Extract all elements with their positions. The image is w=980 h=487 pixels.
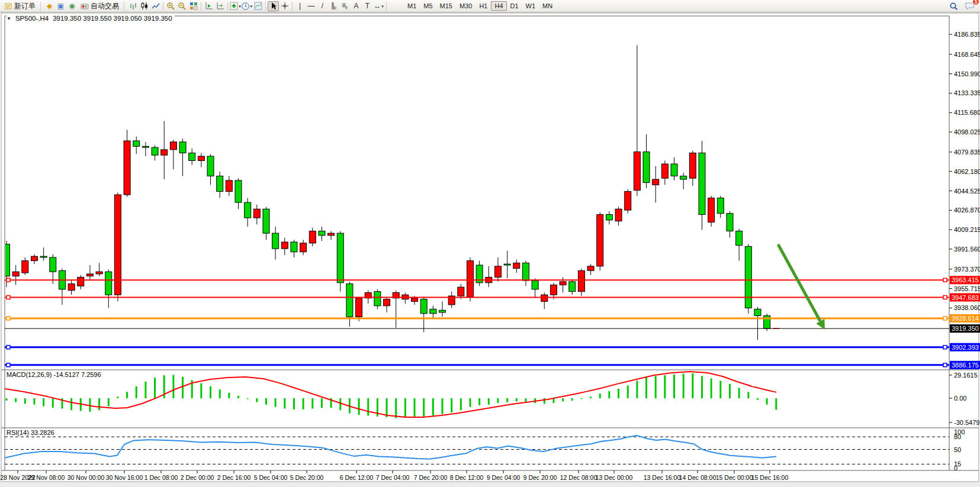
toolbar-separator xyxy=(163,2,163,11)
svg-text:4133.335: 4133.335 xyxy=(954,89,980,96)
svg-text:4079.835: 4079.835 xyxy=(954,149,980,156)
svg-text:9 Dec 20:00: 9 Dec 20:00 xyxy=(523,474,557,481)
zoom-out-icon[interactable] xyxy=(176,1,188,11)
rsi-indicator-label: RSI(14) 33.2826 xyxy=(7,429,54,436)
zoom-in-icon[interactable] xyxy=(165,1,176,11)
svg-text:6 Dec 12:00: 6 Dec 12:00 xyxy=(340,474,374,481)
timeframe-m1[interactable]: M1 xyxy=(404,1,420,11)
templates-icon[interactable] xyxy=(252,1,264,11)
toolbar-separator xyxy=(201,2,201,11)
toolbar-right: 1 xyxy=(948,1,978,11)
notifications-icon[interactable]: 1 xyxy=(965,2,975,10)
svg-text:80: 80 xyxy=(954,433,961,440)
timeframe-h4[interactable]: H4 xyxy=(491,1,506,11)
svg-text:29 Nov 08:00: 29 Nov 08:00 xyxy=(28,474,65,481)
svg-text:-30.5479: -30.5479 xyxy=(954,419,979,426)
equidistant-channel-icon[interactable]: ∥E xyxy=(328,1,339,11)
navigator-icon[interactable]: ◉ xyxy=(66,1,78,11)
svg-text:13 Dec 16:00: 13 Dec 16:00 xyxy=(644,474,681,481)
new-order-button[interactable]: 新订单 xyxy=(2,1,38,12)
svg-text:1 Dec 08:00: 1 Dec 08:00 xyxy=(144,474,178,481)
timeframe-mn[interactable]: MN xyxy=(539,1,556,11)
svg-text:5 Dec 20:00: 5 Dec 20:00 xyxy=(290,474,324,481)
svg-text:30 Nov 16:00: 30 Nov 16:00 xyxy=(106,474,143,481)
toolbar-buttons: 新订单◆▣◉自动交易▾▾|—/∥E≡FAT↔▾ xyxy=(2,1,404,12)
svg-text:4186.835: 4186.835 xyxy=(954,31,980,38)
svg-text:4098.025: 4098.025 xyxy=(954,128,980,136)
trendline-icon[interactable]: / xyxy=(317,1,328,11)
toolbar-grip xyxy=(40,2,42,11)
svg-text:3886.175: 3886.175 xyxy=(952,362,979,369)
timeframe-bar: M1M5M15M30H1H4D1W1MN xyxy=(404,1,556,11)
auto-scroll-icon[interactable] xyxy=(203,1,214,11)
tile-windows-icon[interactable] xyxy=(188,1,199,11)
candlestick-chart-icon[interactable] xyxy=(139,1,150,11)
svg-text:3938.060: 3938.060 xyxy=(954,304,980,311)
svg-text:14 Dec 08:00: 14 Dec 08:00 xyxy=(679,474,716,481)
toolbar-separator xyxy=(386,2,387,11)
svg-text:15 Dec 00:00: 15 Dec 00:00 xyxy=(716,474,753,481)
autotrading-button[interactable]: 自动交易 xyxy=(78,1,122,12)
price-axis: 4186.8354168.6454150.9904133.3354115.680… xyxy=(949,31,980,311)
svg-text:4150.990: 4150.990 xyxy=(954,70,980,78)
indicators-icon[interactable]: ▾ xyxy=(230,1,241,11)
svg-text:13 Dec 00:00: 13 Dec 00:00 xyxy=(596,474,633,481)
svg-text:4026.870: 4026.870 xyxy=(954,207,980,214)
fibonacci-icon[interactable]: ≡F xyxy=(339,1,351,11)
svg-text:12 Dec 08:00: 12 Dec 08:00 xyxy=(560,474,597,481)
chart-title: ▼ SP500-,H4 3919.350 3919.550 3919.050 3… xyxy=(7,15,175,22)
timeframe-h1[interactable]: H1 xyxy=(475,1,491,11)
svg-text:3902.393: 3902.393 xyxy=(952,344,979,351)
svg-text:2 Dec 00:00: 2 Dec 00:00 xyxy=(181,474,214,481)
ohlc-readout: 3919.350 3919.550 3919.050 3919.350 xyxy=(53,15,172,22)
svg-text:15 Dec 16:00: 15 Dec 16:00 xyxy=(751,474,789,481)
search-icon[interactable] xyxy=(948,1,959,11)
svg-text:3947.683: 3947.683 xyxy=(952,294,979,301)
timeframe-m5[interactable]: M5 xyxy=(420,1,436,11)
timeframe-d1[interactable]: D1 xyxy=(507,1,522,11)
arrows-icon[interactable]: ↔▾ xyxy=(373,1,384,11)
svg-text:0.00: 0.00 xyxy=(954,395,966,402)
svg-text:30 Nov 00:00: 30 Nov 00:00 xyxy=(68,474,105,481)
line-chart-icon[interactable] xyxy=(150,1,161,11)
svg-text:4168.645: 4168.645 xyxy=(954,51,980,58)
text-label-icon[interactable]: T xyxy=(362,1,373,11)
svg-text:7 Dec 04:00: 7 Dec 04:00 xyxy=(376,474,410,481)
chart-menu-icon[interactable]: ▼ xyxy=(7,16,11,21)
bar-chart-icon[interactable] xyxy=(127,1,139,11)
symbol-label: SP500-,H4 xyxy=(15,15,49,22)
chart-shift-icon[interactable] xyxy=(214,1,226,11)
svg-text:5 Dec 04:00: 5 Dec 04:00 xyxy=(254,474,288,481)
svg-text:7 Dec 20:00: 7 Dec 20:00 xyxy=(414,474,448,481)
charts-icon[interactable]: ◆ xyxy=(44,1,55,11)
toolbar: 新订单◆▣◉自动交易▾▾|—/∥E≡FAT↔▾ M1M5M15M30H1H4D1… xyxy=(0,0,980,12)
toolbar-separator xyxy=(292,2,293,11)
svg-text:50: 50 xyxy=(954,446,961,453)
svg-text:3919.350: 3919.350 xyxy=(952,325,979,332)
timeframe-m30[interactable]: M30 xyxy=(456,1,475,11)
chart-canvas[interactable]: 3963.4153947.6833928.6143919.3503902.393… xyxy=(0,0,980,487)
timeframe-w1[interactable]: W1 xyxy=(522,1,539,11)
cursor-icon[interactable] xyxy=(268,1,279,11)
crosshair-icon[interactable] xyxy=(279,1,290,11)
notification-badge: 1 xyxy=(972,0,979,5)
svg-text:4115.680: 4115.680 xyxy=(954,109,980,116)
svg-text:3991.560: 3991.560 xyxy=(954,246,980,253)
toolbar-separator xyxy=(227,2,228,11)
periods-icon[interactable]: ▾ xyxy=(241,1,252,11)
svg-text:4044.525: 4044.525 xyxy=(954,188,980,195)
macd-indicator-label: MACD(12,26,9) -14.5127 7.2596 xyxy=(7,371,101,378)
svg-text:3928.614: 3928.614 xyxy=(952,315,979,322)
text-icon[interactable]: A xyxy=(351,1,362,11)
toolbar-separator xyxy=(265,2,266,11)
timeframe-m15[interactable]: M15 xyxy=(436,1,456,11)
data-window-icon[interactable]: ▣ xyxy=(55,1,66,11)
svg-text:8 Dec 12:00: 8 Dec 12:00 xyxy=(450,474,484,481)
svg-text:3955.715: 3955.715 xyxy=(954,285,980,292)
svg-text:29.1615: 29.1615 xyxy=(954,372,978,379)
svg-text:3973.370: 3973.370 xyxy=(954,266,980,273)
svg-text:4062.180: 4062.180 xyxy=(954,168,980,175)
svg-text:0: 0 xyxy=(954,465,957,472)
horizontal-line-icon[interactable]: — xyxy=(306,1,317,11)
vertical-line-icon[interactable]: | xyxy=(294,1,306,11)
